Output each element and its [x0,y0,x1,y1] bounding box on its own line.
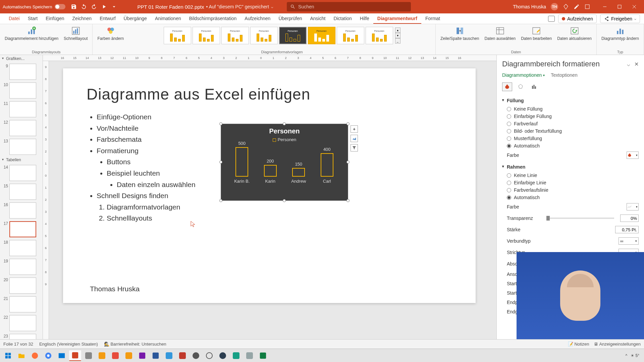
pane-collapse-button[interactable]: ⌵ [627,61,630,67]
slide-thumb-17[interactable]: 17 [0,220,43,239]
record-button[interactable]: Aufzeichnen [558,14,597,23]
size-props-icon[interactable] [529,82,539,91]
chart-filter-button[interactable] [351,144,358,152]
task-app-7[interactable] [190,350,202,361]
slide-thumb-18[interactable]: 18 [0,239,43,257]
style-thumb-6[interactable]: Personen [308,27,335,44]
switch-row-col-button[interactable]: Zeile/Spalte tauschen [438,25,481,42]
tab-animations[interactable]: Animationen [151,13,185,24]
radio-gradient-line[interactable] [507,188,511,192]
save-icon[interactable] [71,4,77,10]
style-thumb-4[interactable]: Personen [250,27,278,44]
task-powerpoint[interactable] [69,350,81,361]
slide-thumb-15[interactable]: 15 [0,182,43,201]
pane-tab-text-options[interactable]: Textoptionen [551,72,577,78]
style-thumb-7[interactable]: Personen [337,27,364,44]
undo-icon[interactable] [81,4,87,10]
task-app-5[interactable] [163,350,175,361]
diamond-icon[interactable] [563,4,569,10]
task-chrome[interactable] [42,350,54,361]
section-tables[interactable]: Tabellen [0,156,43,164]
slide-thumb-14[interactable]: 14 [0,164,43,182]
resize-handle-mr[interactable] [346,161,350,164]
task-visio[interactable] [150,350,162,361]
transparency-slider[interactable] [546,218,614,219]
chart-plot-area[interactable]: 500Karin B.200Karin150Andrew400Carl [221,142,348,186]
slide-thumb-21[interactable]: 21 [0,295,43,314]
slide-thumb-13[interactable]: 13 [0,137,43,156]
style-thumb-3[interactable]: Personen [221,27,249,44]
radio-gradient-fill[interactable] [507,122,511,126]
slide-author[interactable]: Thomas Hruska [90,285,140,293]
tab-draw[interactable]: Zeichnen [68,13,96,24]
slide-thumb-12[interactable]: 12 [0,119,43,137]
tab-dictation[interactable]: Dictation [329,13,356,24]
status-language[interactable]: Englisch (Vereinigten Staaten) [39,342,98,347]
slide-thumb-10[interactable]: 10 [0,81,43,100]
pane-tab-chart-options[interactable]: Diagrammoptionen▾ [502,72,545,78]
radio-auto-line[interactable] [507,195,511,200]
share-button[interactable]: Freigeben⌵ [600,14,640,23]
autosave-toggle[interactable] [55,4,65,9]
change-colors-button[interactable]: Farben ändern [95,25,126,42]
refresh-data-button[interactable]: Daten aktualisieren [555,25,594,42]
gallery-up-button[interactable]: ▲ [395,27,400,33]
title-dropdown-icon[interactable]: ⌵ [271,5,273,9]
gallery-more-button[interactable]: ⎯ [395,38,400,44]
resize-handle-tc[interactable] [283,122,286,125]
width-input[interactable] [615,226,639,233]
tab-transitions[interactable]: Übergänge [120,13,151,24]
quick-layout-button[interactable]: Schnelllayout [62,25,90,42]
select-data-button[interactable]: Daten auswählen [482,25,518,42]
task-app-11[interactable] [244,350,256,361]
resize-handle-bc[interactable] [283,199,286,202]
fill-line-icon[interactable] [502,82,512,91]
edit-data-button[interactable]: Daten bearbeiten [519,25,554,42]
tab-chart-design[interactable]: Diagrammentwurf [373,13,421,24]
task-outlook[interactable] [56,350,68,361]
slide-thumb-11[interactable]: 11 [0,100,43,119]
fill-color-picker[interactable]: ▾ [627,152,639,159]
radio-solid-line[interactable] [507,181,511,185]
tab-file[interactable]: Datei [5,13,24,24]
resize-handle-bl[interactable] [219,199,222,202]
task-app-6[interactable] [176,350,189,361]
line-color-picker[interactable]: ▾ [627,203,639,210]
effects-icon[interactable] [516,82,526,91]
redo-icon[interactable] [91,4,97,10]
user-avatar[interactable]: TH [551,3,558,10]
tab-review[interactable]: Überprüfen [274,13,306,24]
resize-handle-ml[interactable] [219,161,222,164]
resize-handle-tl[interactable] [219,122,222,125]
task-app-2[interactable] [96,350,108,361]
task-excel[interactable] [257,350,269,361]
tab-slideshow[interactable]: Bildschirmpräsentation [185,13,241,24]
task-onenote[interactable] [136,350,148,361]
style-thumb-8[interactable]: Personen [366,27,393,44]
close-button[interactable] [627,1,641,12]
chart-title[interactable]: Personen [221,124,348,135]
slide-thumbnail-panel[interactable]: Grafiken... 910111213 Tabellen 141516171… [0,55,43,339]
tab-start[interactable]: Start [24,13,42,24]
style-thumb-1[interactable]: Personen [164,27,191,44]
slide-thumb-20[interactable]: 20 [0,276,43,295]
task-app-4[interactable] [123,350,135,361]
tray-weather[interactable]: ☀ 5° [631,353,639,358]
resize-handle-br[interactable] [346,199,350,202]
tab-record[interactable]: Aufzeichnen [240,13,274,24]
section-graphics[interactable]: Grafiken... [0,55,43,62]
chart-elements-button[interactable]: + [351,125,358,133]
style-thumb-5-selected[interactable]: Personen [279,27,307,44]
slide-title[interactable]: Diagramme aus Excel einfügen [87,85,452,103]
tab-help[interactable]: Hilfe [356,13,373,24]
radio-auto-fill[interactable] [507,144,511,148]
task-firefox[interactable] [29,350,41,361]
change-chart-type-button[interactable]: Diagrammtyp ändern [599,25,641,42]
task-app-1[interactable] [83,350,95,361]
more-icon[interactable] [111,4,117,10]
add-chart-element-button[interactable]: Diagrammelement hinzufügen [3,25,60,42]
slide-thumb-16[interactable]: 16 [0,201,43,220]
present-from-start-icon[interactable] [101,4,107,10]
section-border[interactable]: Rahmen [502,161,639,172]
minimize-button[interactable] [598,1,612,12]
